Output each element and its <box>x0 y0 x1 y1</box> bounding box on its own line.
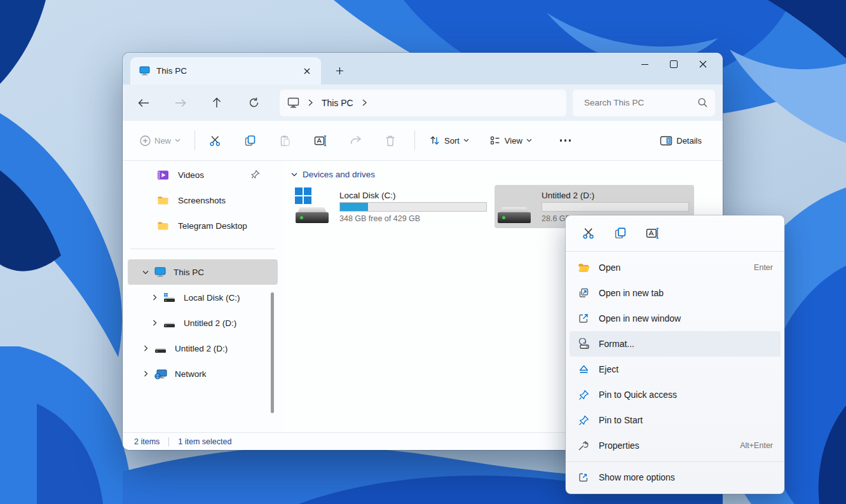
arrow-right-icon <box>175 99 186 107</box>
sidebar-item-label: Telegram Desktop <box>178 221 247 231</box>
sidebar-item-screenshots[interactable]: Screenshots <box>128 187 278 213</box>
sidebar-item-telegram-desktop[interactable]: Telegram Desktop <box>128 213 278 238</box>
up-button[interactable] <box>206 92 228 114</box>
see-more-button[interactable] <box>554 128 577 153</box>
close-button[interactable] <box>688 53 718 75</box>
delete-button[interactable] <box>379 128 402 153</box>
sidebar-item-videos[interactable]: Videos <box>128 162 278 187</box>
sidebar-scrollbar[interactable] <box>271 292 274 413</box>
sidebar-item-network[interactable]: Network <box>128 361 278 386</box>
tab-close-button[interactable] <box>299 64 315 79</box>
copy-button[interactable] <box>608 221 633 246</box>
chevron-right-icon[interactable] <box>149 320 160 326</box>
ellipsis-icon <box>560 139 571 142</box>
capacity-bar <box>339 202 487 212</box>
menu-item-label: Eject <box>599 364 773 374</box>
sidebar-item-untitled-2-d[interactable]: Untitled 2 (D:) <box>128 310 278 336</box>
sidebar-item-label: Screenshots <box>178 196 226 205</box>
menu-item-open-in-new-window[interactable]: Open in new window <box>570 306 781 331</box>
details-pane-icon <box>660 135 672 146</box>
chevron-right-icon <box>308 99 313 106</box>
chevron-right-icon[interactable] <box>149 294 160 301</box>
menu-item-properties[interactable]: Properties Alt+Enter <box>570 433 781 458</box>
drive-tile-local-disk-c[interactable]: Local Disk (C:) 348 GB free of 429 GB <box>292 185 495 228</box>
menu-item-pin-to-start[interactable]: Pin to Start <box>570 407 781 433</box>
menu-item-label: Open <box>599 262 754 273</box>
breadcrumb[interactable]: This PC <box>280 90 566 116</box>
section-devices-and-drives[interactable]: Devices and drives <box>291 167 723 181</box>
status-item-count: 2 items <box>134 437 160 446</box>
copy-icon <box>244 135 256 147</box>
refresh-button[interactable] <box>243 92 264 114</box>
menu-item-open[interactable]: Open Enter <box>570 255 781 280</box>
tab-title: This PC <box>156 66 299 76</box>
toolbar-divider <box>194 131 195 150</box>
pin-icon <box>577 390 590 400</box>
chevron-down-icon <box>526 139 532 142</box>
videos-icon <box>157 170 169 180</box>
menu-item-label: Properties <box>599 440 740 451</box>
drive-icon <box>154 343 167 353</box>
this-pc-icon <box>287 97 299 108</box>
menu-item-open-in-new-tab[interactable]: Open in new tab <box>570 280 781 306</box>
format-drive-icon <box>577 338 590 350</box>
chevron-down-icon[interactable] <box>140 270 151 275</box>
chevron-down-icon[interactable] <box>291 172 297 177</box>
pin-icon <box>577 415 590 426</box>
chevron-right-icon[interactable] <box>140 371 151 377</box>
sort-button-label: Sort <box>444 136 460 146</box>
minimize-button[interactable] <box>630 53 659 75</box>
copy-button[interactable] <box>238 128 262 153</box>
menu-item-eject[interactable]: Eject <box>570 357 781 382</box>
paste-button[interactable] <box>273 128 297 153</box>
folder-icon <box>157 221 169 231</box>
back-button[interactable] <box>133 92 154 114</box>
chevron-down-icon <box>175 139 181 142</box>
tab-bar: This PC <box>123 53 723 85</box>
menu-item-format[interactable]: Format... <box>570 331 781 357</box>
search-input[interactable] <box>583 97 698 108</box>
search-icon <box>698 98 707 107</box>
sort-button[interactable]: Sort <box>423 128 475 153</box>
drive-name: Untitled 2 (D:) <box>542 191 693 200</box>
chevron-right-icon[interactable] <box>140 345 151 351</box>
rename-button[interactable] <box>308 128 332 153</box>
desktop: This PC <box>0 0 846 504</box>
breadcrumb-this-pc[interactable]: This PC <box>322 98 353 108</box>
chevron-right-icon <box>362 99 367 106</box>
new-tab-button[interactable] <box>330 61 349 80</box>
plus-circle-icon <box>140 135 151 146</box>
navigation-pane: Videos Screenshots <box>123 161 283 432</box>
menu-item-pin-to-quick-access[interactable]: Pin to Quick access <box>570 382 781 407</box>
maximize-button[interactable] <box>659 53 688 75</box>
sort-icon <box>429 135 440 146</box>
sidebar-item-label: Network <box>175 369 207 379</box>
cut-button[interactable] <box>203 128 227 153</box>
sidebar-item-label: Videos <box>178 170 204 180</box>
drive-icon <box>496 190 536 223</box>
trash-icon <box>385 135 396 147</box>
tab-this-pc[interactable]: This PC <box>130 57 321 85</box>
rename-button[interactable] <box>639 221 665 246</box>
pin-icon <box>251 170 260 179</box>
sidebar-item-untitled-2-d-root[interactable]: Untitled 2 (D:) <box>128 336 278 361</box>
view-button[interactable]: View <box>484 128 538 153</box>
menu-item-show-more-options[interactable]: Show more options <box>570 463 781 491</box>
sidebar-item-this-pc[interactable]: This PC <box>128 259 278 285</box>
system-drive-icon <box>163 292 176 303</box>
this-pc-icon <box>154 267 166 277</box>
drive-name: Local Disk (C:) <box>339 191 493 200</box>
new-button[interactable]: New <box>134 128 186 153</box>
forward-button[interactable] <box>170 92 191 114</box>
details-button[interactable]: Details <box>654 128 711 153</box>
cut-icon <box>582 227 595 240</box>
cut-button[interactable] <box>576 221 601 246</box>
system-drive-icon <box>294 190 334 223</box>
view-icon <box>489 135 501 146</box>
new-button-label: New <box>154 136 171 146</box>
search-box[interactable] <box>573 90 715 116</box>
windows-logo-icon <box>295 187 311 204</box>
command-toolbar: New <box>123 121 723 161</box>
sidebar-item-local-disk-c[interactable]: Local Disk (C:) <box>128 285 278 310</box>
share-button[interactable] <box>344 128 367 153</box>
